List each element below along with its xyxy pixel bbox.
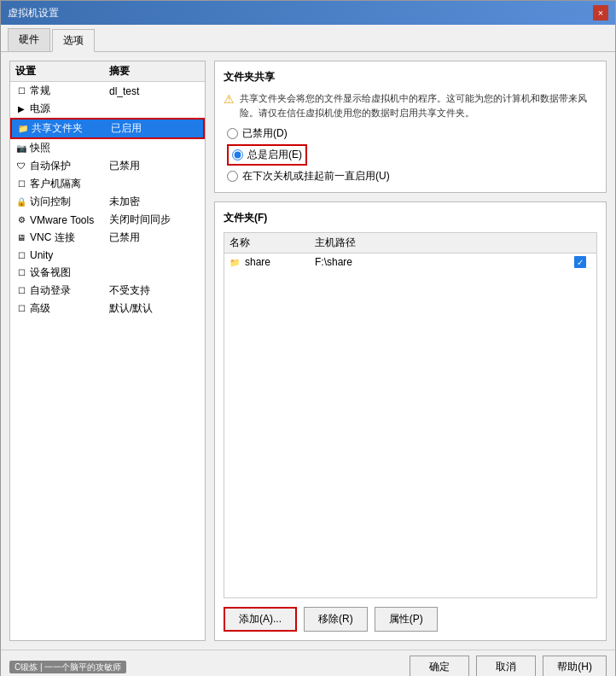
vnc-icon: 🖥 — [15, 232, 27, 244]
list-item-vnc[interactable]: 🖥 VNC 连接 已禁用 — [10, 229, 205, 247]
folder-table-header: 名称 主机路径 — [224, 233, 596, 253]
list-item-autologin[interactable]: ☐ 自动登录 不受支持 — [10, 282, 205, 300]
radio-until-shutdown[interactable]: 在下次关机或挂起前一直启用(U) — [227, 169, 597, 184]
footer-bar: C锻炼 | 一一个脑平的攻敏师 确定 取消 帮助(H) — [1, 650, 615, 676]
list-item-autoprotect[interactable]: 🛡 自动保护 已禁用 — [10, 157, 205, 175]
col-setting: 设置 — [15, 64, 109, 79]
list-item-isolation[interactable]: ☐ 客户机隔离 — [10, 175, 205, 193]
radio-until-shutdown-input[interactable] — [227, 171, 238, 182]
folder-section-title: 文件夹(F) — [224, 211, 597, 225]
radio-group: 已禁用(D) 总是启用(E) 在下次关机或挂起前一直启用(U) — [224, 126, 597, 184]
folder-section: 文件夹(F) 名称 主机路径 📁 share F:\shar — [214, 201, 607, 641]
folder-checkbox[interactable]: ✓ — [574, 256, 586, 268]
list-item-vmware-tools[interactable]: ⚙ VMware Tools 关闭时间同步 — [10, 211, 205, 229]
remove-button[interactable]: 移除(R) — [304, 607, 368, 632]
autoprotect-icon: 🛡 — [15, 160, 27, 172]
ok-button[interactable]: 确定 — [410, 656, 469, 676]
list-item-device-view[interactable]: ☐ 设备视图 — [10, 264, 205, 282]
cancel-button[interactable]: 取消 — [476, 656, 536, 676]
left-panel: 设置 摘要 ☐ 常规 dl_test ▶ 电源 — [9, 61, 206, 641]
title-bar: 虚拟机设置 × — [1, 1, 615, 25]
general-icon: ☐ — [15, 85, 27, 97]
window-title: 虚拟机设置 — [8, 6, 59, 20]
col-summary: 摘要 — [109, 64, 200, 79]
list-item-power[interactable]: ▶ 电源 — [10, 100, 205, 118]
shared-folders-icon: 📁 — [17, 123, 29, 135]
list-item-access-control[interactable]: 🔒 访问控制 未加密 — [10, 193, 205, 211]
unity-icon: ☐ — [15, 249, 27, 261]
properties-button[interactable]: 属性(P) — [375, 607, 438, 632]
radio-always-input[interactable] — [232, 149, 243, 160]
advanced-icon: ☐ — [15, 303, 27, 315]
list-item-shared-folders[interactable]: 📁 共享文件夹 已启用 — [10, 118, 205, 139]
folder-col-path: 主机路径 — [315, 236, 574, 250]
tab-bar: 硬件 选项 — [1, 25, 615, 52]
folder-row-share[interactable]: 📁 share F:\share ✓ — [224, 253, 596, 271]
warning-icon: ⚠ — [224, 92, 235, 106]
vmware-tools-icon: ⚙ — [15, 214, 27, 226]
power-icon: ▶ — [15, 103, 27, 115]
folder-table: 名称 主机路径 📁 share F:\share ✓ — [224, 232, 597, 598]
folder-button-row: 添加(A)... 移除(R) 属性(P) — [224, 607, 597, 632]
device-view-icon: ☐ — [15, 267, 27, 279]
list-header: 设置 摘要 — [10, 61, 205, 82]
radio-disabled-input[interactable] — [227, 128, 238, 139]
warning-text: 共享文件夹会将您的文件显示给虚拟机中的程序。这可能为您的计算机和数据带来风险。请… — [240, 91, 597, 119]
warning-row: ⚠ 共享文件夹会将您的文件显示给虚拟机中的程序。这可能为您的计算机和数据带来风险… — [224, 91, 597, 119]
tab-options[interactable]: 选项 — [52, 29, 95, 52]
add-button[interactable]: 添加(A)... — [224, 607, 297, 632]
isolation-icon: ☐ — [15, 178, 27, 190]
sharing-title: 文件夹共享 — [224, 70, 597, 84]
sharing-section: 文件夹共享 ⚠ 共享文件夹会将您的文件显示给虚拟机中的程序。这可能为您的计算机和… — [214, 61, 607, 193]
radio-disabled[interactable]: 已禁用(D) — [227, 126, 597, 141]
folder-col-name: 名称 — [230, 236, 315, 250]
access-control-icon: 🔒 — [15, 196, 27, 208]
list-item-snapshot[interactable]: 📷 快照 — [10, 139, 205, 157]
snapshot-icon: 📷 — [15, 143, 27, 154]
autologin-icon: ☐ — [15, 285, 27, 297]
list-item-advanced[interactable]: ☐ 高级 默认/默认 — [10, 300, 205, 318]
list-item-general[interactable]: ☐ 常规 dl_test — [10, 82, 205, 100]
help-button[interactable]: 帮助(H) — [543, 656, 607, 676]
right-panel: 文件夹共享 ⚠ 共享文件夹会将您的文件显示给虚拟机中的程序。这可能为您的计算机和… — [214, 61, 607, 641]
watermark: C锻炼 | 一一个脑平的攻敏师 — [9, 661, 126, 673]
tab-hardware[interactable]: 硬件 — [8, 28, 50, 51]
close-button[interactable]: × — [593, 5, 608, 20]
share-folder-icon: 📁 — [230, 256, 241, 268]
list-item-unity[interactable]: ☐ Unity — [10, 247, 205, 264]
radio-always[interactable]: 总是启用(E) — [227, 144, 307, 166]
